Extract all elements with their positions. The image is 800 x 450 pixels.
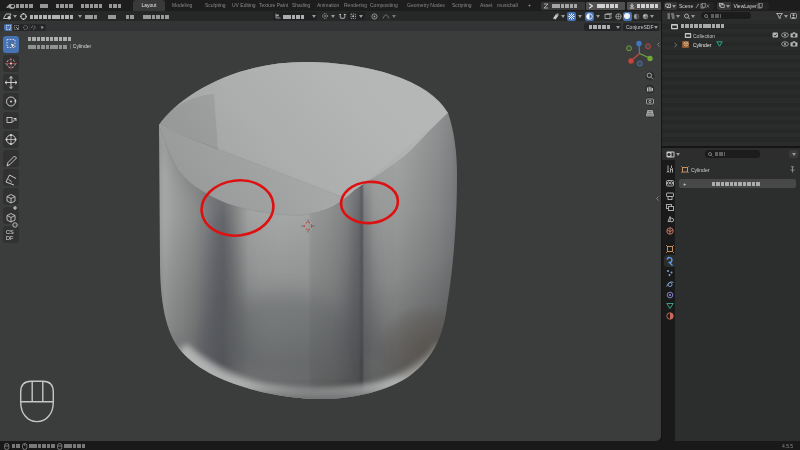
svg-text:DF: DF — [6, 234, 14, 240]
